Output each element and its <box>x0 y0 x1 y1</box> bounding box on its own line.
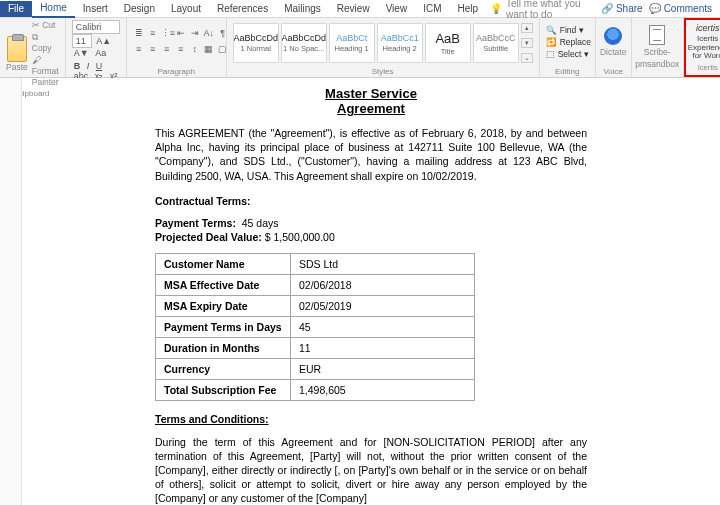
numbering-button[interactable]: ≡ <box>147 28 159 42</box>
comments-icon: 💬 <box>649 3 661 14</box>
scribe-label: Scribe-pmsandbox <box>635 47 679 69</box>
cut-button[interactable]: ✂ Cut <box>32 20 59 31</box>
chevron-down-icon: ▾ <box>521 38 533 48</box>
tell-me-search[interactable]: 💡 Tell me what you want to do <box>490 0 601 20</box>
group-editing-label: Editing <box>546 66 589 76</box>
select-icon: ⬚ <box>546 49 555 61</box>
tell-me-placeholder: Tell me what you want to do <box>506 0 601 20</box>
tab-home[interactable]: Home <box>32 0 75 18</box>
font-family-select[interactable]: Calibri <box>72 20 120 34</box>
grow-font-button[interactable]: A▲ <box>94 36 113 46</box>
lightbulb-icon: 💡 <box>490 3 502 14</box>
decrease-indent-button[interactable]: ⇤ <box>175 28 187 42</box>
ribbon-tabs: File Home Insert Design Layout Reference… <box>0 0 720 18</box>
bold-button[interactable]: B <box>72 61 83 71</box>
change-case-button[interactable]: Aa <box>93 48 108 58</box>
tab-help[interactable]: Help <box>449 1 486 17</box>
chevron-up-icon: ▴ <box>521 23 533 33</box>
contract-table: Customer NameSDS Ltd MSA Effective Date0… <box>155 253 475 401</box>
tab-view[interactable]: View <box>378 1 416 17</box>
table-row: MSA Effective Date02/06/2018 <box>156 274 475 295</box>
tab-design[interactable]: Design <box>116 1 163 17</box>
group-voice: Dictate Voice <box>596 18 632 77</box>
table-row: CurrencyEUR <box>156 358 475 379</box>
group-editing: 🔍Find▾ 🔁Replace ⬚Select▾ Editing <box>540 18 596 77</box>
font-size-select[interactable]: 11 <box>72 34 92 48</box>
dictate-button[interactable]: Dictate <box>602 20 625 66</box>
replace-icon: 🔁 <box>546 37 557 49</box>
doc-title-line2: Agreement <box>155 101 587 116</box>
replace-button[interactable]: 🔁Replace <box>546 37 591 49</box>
increase-indent-button[interactable]: ⇥ <box>189 28 201 42</box>
tab-review[interactable]: Review <box>329 1 378 17</box>
group-scribe-label <box>638 75 677 76</box>
sort-button[interactable]: A↓ <box>203 28 215 42</box>
doc-title-line1: Master Service <box>155 86 587 101</box>
document-area: Master Service Agreement This AGREEMENT … <box>0 78 720 505</box>
italic-button[interactable]: I <box>85 61 92 71</box>
payment-terms-line: Payment Terms: 45 days <box>155 217 587 229</box>
dictate-label: Dictate <box>600 47 626 58</box>
table-row: MSA Expiry Date02/05/2019 <box>156 295 475 316</box>
paste-label: Paste <box>6 62 28 73</box>
group-scribe: Scribe-pmsandbox <box>632 18 684 77</box>
scribe-button[interactable]: Scribe-pmsandbox <box>638 20 677 75</box>
table-row: Customer NameSDS Ltd <box>156 253 475 274</box>
share-label: Share <box>616 3 643 14</box>
comments-button[interactable]: 💬 Comments <box>649 3 712 14</box>
group-paragraph-label: Paragraph <box>133 66 220 76</box>
multilevel-button[interactable]: ⋮≡ <box>161 28 173 42</box>
shading-button[interactable]: ▦ <box>203 44 215 58</box>
section-terms-conditions: Terms and Conditions: <box>155 413 587 425</box>
line-spacing-button[interactable]: ↕ <box>189 44 201 58</box>
cut-label: Cut <box>42 20 55 30</box>
ruler-gutter <box>0 78 22 505</box>
style-title[interactable]: AaBTitle <box>425 23 471 63</box>
align-right-button[interactable]: ≡ <box>161 44 173 58</box>
group-voice-label: Voice <box>602 66 625 76</box>
align-left-button[interactable]: ≡ <box>133 44 145 58</box>
doc-intro: This AGREEMENT (the "Agreement"), is eff… <box>155 126 587 183</box>
comments-label: Comments <box>664 3 712 14</box>
document-icon <box>649 25 665 45</box>
style-nospacing[interactable]: AaBbCcDd1 No Spac... <box>281 23 327 63</box>
justify-button[interactable]: ≡ <box>175 44 187 58</box>
find-icon: 🔍 <box>546 25 557 37</box>
tc-paragraph: During the term of this Agreement and fo… <box>155 435 587 505</box>
style-heading1[interactable]: AaBbCtHeading 1 <box>329 23 375 63</box>
style-normal[interactable]: AaBbCcDd1 Normal <box>233 23 279 63</box>
copy-button[interactable]: ⧉ Copy <box>32 32 59 54</box>
find-button[interactable]: 🔍Find▾ <box>546 25 591 37</box>
style-heading2[interactable]: AaBbCc1Heading 2 <box>377 23 423 63</box>
group-styles-label: Styles <box>233 66 533 76</box>
tab-file[interactable]: File <box>0 1 32 17</box>
section-contractual-terms: Contractual Terms: <box>155 195 587 207</box>
shrink-font-button[interactable]: A▼ <box>72 48 91 58</box>
tab-icm[interactable]: ICM <box>415 1 449 17</box>
align-center-button[interactable]: ≡ <box>147 44 159 58</box>
share-icon: 🔗 <box>601 3 613 14</box>
share-button[interactable]: 🔗 Share <box>601 3 643 14</box>
copy-label: Copy <box>32 43 52 53</box>
document-sheet[interactable]: Master Service Agreement This AGREEMENT … <box>65 78 677 505</box>
group-clipboard: Paste ✂ Cut ⧉ Copy 🖌 Format Painter Clip… <box>0 18 66 77</box>
tab-mailings[interactable]: Mailings <box>276 1 329 17</box>
styles-more[interactable]: ▴▾⌄ <box>521 23 533 63</box>
group-paragraph: ≣ ≡ ⋮≡ ⇤ ⇥ A↓ ¶ ≡ ≡ ≡ ≡ ↕ ▦ ▢ Paragraph <box>127 18 227 77</box>
tab-references[interactable]: References <box>209 1 276 17</box>
underline-button[interactable]: U <box>94 61 105 71</box>
icertis-sub: Icertis <box>698 63 718 72</box>
ribbon: Paste ✂ Cut ⧉ Copy 🖌 Format Painter Clip… <box>0 18 720 78</box>
tab-insert[interactable]: Insert <box>75 1 116 17</box>
bullets-button[interactable]: ≣ <box>133 28 145 42</box>
tab-layout[interactable]: Layout <box>163 1 209 17</box>
group-styles: AaBbCcDd1 Normal AaBbCcDd1 No Spac... Aa… <box>227 18 540 77</box>
table-row: Duration in Months11 <box>156 337 475 358</box>
icertis-addin-button[interactable]: icertis Icertis Experience for Word Icer… <box>684 18 720 77</box>
table-row: Total Subscription Fee1,498,605 <box>156 379 475 400</box>
page-surface[interactable]: Master Service Agreement This AGREEMENT … <box>22 78 720 505</box>
select-button[interactable]: ⬚Select▾ <box>546 49 591 61</box>
paste-button[interactable]: Paste <box>6 36 28 73</box>
deal-value-line: Projected Deal Value: $ 1,500,000.00 <box>155 231 587 243</box>
style-subtitle[interactable]: AaBbCcCSubtitle <box>473 23 519 63</box>
